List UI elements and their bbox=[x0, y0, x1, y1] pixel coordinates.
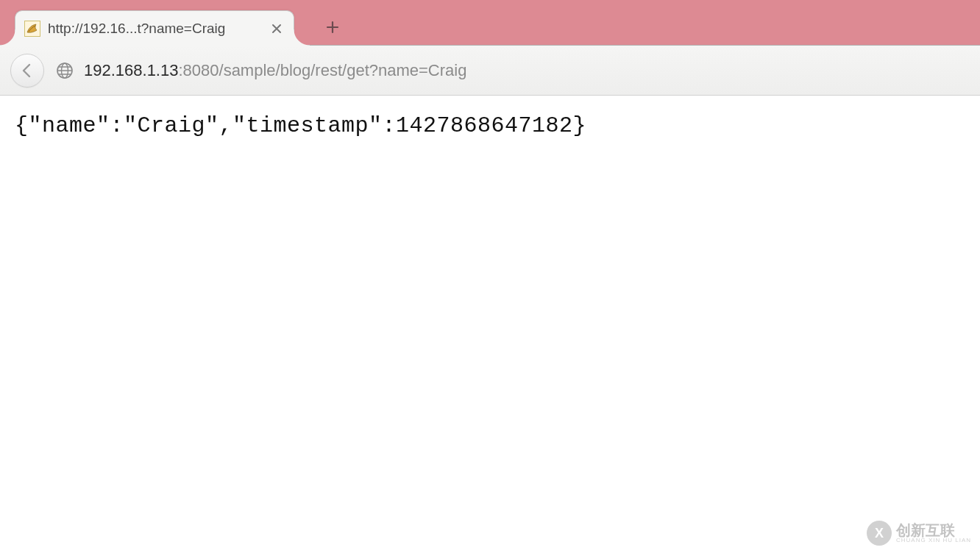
navigation-toolbar: 192.168.1.13:8080/sample/blog/rest/get?n… bbox=[0, 46, 980, 96]
watermark-subtext: CHUANG XIN HU LIAN bbox=[896, 538, 971, 543]
watermark: X 创新互联 CHUANG XIN HU LIAN bbox=[867, 521, 971, 546]
address-bar[interactable]: 192.168.1.13:8080/sample/blog/rest/get?n… bbox=[53, 54, 970, 87]
watermark-logo-icon: X bbox=[867, 521, 892, 546]
tomcat-favicon bbox=[24, 21, 40, 37]
new-tab-button[interactable] bbox=[318, 15, 347, 39]
tab-title: http://192.16...t?name=Craig bbox=[48, 21, 263, 37]
close-tab-icon[interactable] bbox=[270, 22, 283, 35]
url-host: 192.168.1.13 bbox=[84, 61, 178, 79]
back-button[interactable] bbox=[10, 54, 44, 88]
tab-strip: http://192.16...t?name=Craig bbox=[0, 0, 980, 46]
watermark-text: 创新互联 bbox=[896, 523, 971, 538]
url-path: :8080/sample/blog/rest/get?name=Craig bbox=[178, 61, 466, 79]
url-text: 192.168.1.13:8080/sample/blog/rest/get?n… bbox=[84, 61, 466, 80]
page-body-json: {"name":"Craig","timestamp":142786864718… bbox=[0, 96, 980, 156]
globe-icon bbox=[56, 62, 74, 79]
browser-tab[interactable]: http://192.16...t?name=Craig bbox=[15, 10, 294, 46]
